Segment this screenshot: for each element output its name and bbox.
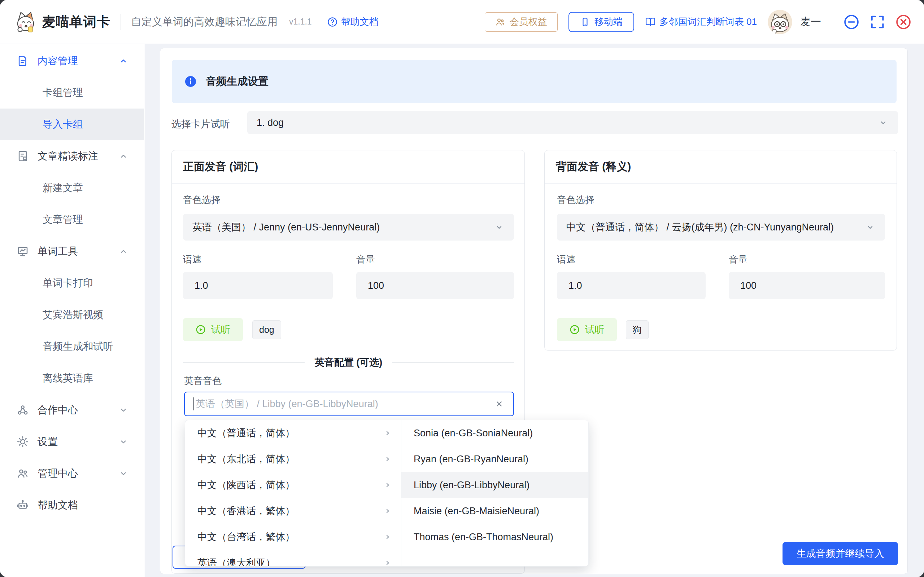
sidebar: 内容管理 卡组管理 导入卡组 文章精读标注 新建文 <box>0 44 144 577</box>
sidebar-item-label: 离线英语库 <box>43 371 93 385</box>
sidebar-item-label: 卡组管理 <box>43 86 83 100</box>
app-header: 麦喵单词卡 自定义单词的高效趣味记忆应用 v1.1.1 帮助文档 会员权益 <box>0 0 924 44</box>
app-window: 麦喵单词卡 自定义单词的高效趣味记忆应用 v1.1.1 帮助文档 会员权益 <box>0 0 924 577</box>
preview-button[interactable]: 试听 <box>183 318 243 341</box>
user-avatar[interactable] <box>768 10 792 34</box>
app-logo-cat-icon <box>15 11 37 33</box>
voice-select-label: 音色选择 <box>557 193 594 206</box>
close-icon[interactable] <box>895 14 912 30</box>
sidebar-item-label: 单词卡打印 <box>43 276 93 290</box>
play-circle-icon <box>569 324 580 335</box>
current-deck-link[interactable]: 多邻国词汇判断词表 01 <box>645 16 757 28</box>
chevron-down-icon <box>119 437 128 446</box>
voice-option[interactable]: Ryan (en-GB-RyanNeural) <box>401 446 588 472</box>
app-subtitle: 自定义单词的高效趣味记忆应用 <box>131 15 278 29</box>
sidebar-item-content-management[interactable]: 内容管理 <box>0 45 144 77</box>
language-option[interactable]: 英语（澳大利亚） <box>185 550 401 567</box>
sidebar-item-settings[interactable]: 设置 <box>0 426 144 458</box>
fullscreen-icon[interactable] <box>869 14 886 30</box>
front-voice-select[interactable]: 英语（美国） / Jenny (en-US-JennyNeural) <box>183 214 514 240</box>
sidebar-item-label: 单词工具 <box>37 245 78 258</box>
card-preview-label: 选择卡片试听 <box>171 118 230 131</box>
sidebar-item-label: 导入卡组 <box>43 118 83 131</box>
chevron-down-icon <box>494 222 505 233</box>
voice-option-selected[interactable]: Libby (en-GB-LibbyNeural) <box>401 472 588 498</box>
sidebar-item-label: 艾宾浩斯视频 <box>43 308 103 322</box>
chevron-down-icon <box>119 405 128 415</box>
member-benefits-button[interactable]: 会员权益 <box>485 12 558 32</box>
help-docs-link[interactable]: 帮助文档 <box>327 16 379 28</box>
card-preview-select[interactable]: 1. dog <box>247 111 898 134</box>
chevron-right-icon <box>383 558 393 567</box>
voice-column: Sonia (en-GB-SoniaNeural) Ryan (en-GB-Ry… <box>401 420 588 566</box>
gb-voice-input[interactable]: 英语（英国） / Libby (en-GB-LibbyNeural) <box>184 392 514 416</box>
sidebar-item-article-management[interactable]: 文章管理 <box>0 204 144 235</box>
app-title: 麦喵单词卡 <box>42 13 110 31</box>
voice-cascader-dropdown: 中文（普通话，简体） 中文（东北话，简体） 中文（陕西话，简体） 中文（香港话，… <box>185 420 589 567</box>
language-option[interactable]: 中文（普通话，简体） <box>185 420 401 446</box>
volume-label: 音量 <box>729 253 748 266</box>
info-banner: 音频生成设置 <box>172 60 897 103</box>
sidebar-item-article-annotation[interactable]: 文章精读标注 <box>0 140 144 172</box>
sidebar-item-word-tools[interactable]: 单词工具 <box>0 235 144 267</box>
preview-button[interactable]: 试听 <box>557 318 617 341</box>
sidebar-item-help-docs[interactable]: 帮助文档 <box>0 489 144 521</box>
chevron-down-icon <box>878 117 888 128</box>
sidebar-item-new-article[interactable]: 新建文章 <box>0 172 144 204</box>
voice-option[interactable]: Thomas (en-GB-ThomasNeural) <box>401 524 588 550</box>
chevron-right-icon <box>383 532 393 542</box>
language-option[interactable]: 中文（东北话，简体） <box>185 446 401 472</box>
language-column: 中文（普通话，简体） 中文（东北话，简体） 中文（陕西话，简体） 中文（香港话，… <box>185 420 401 566</box>
sidebar-item-deck-management[interactable]: 卡组管理 <box>0 77 144 108</box>
language-option[interactable]: 中文（陕西话，简体） <box>185 472 401 498</box>
gb-section-title: 英音配置 (可选) <box>315 356 382 369</box>
rate-input[interactable]: 1.0 <box>183 272 333 299</box>
banner-title: 音频生成设置 <box>206 74 268 89</box>
sidebar-item-cooperation-center[interactable]: 合作中心 <box>0 394 144 426</box>
sidebar-item-card-print[interactable]: 单词卡打印 <box>0 267 144 299</box>
volume-input[interactable]: 100 <box>729 272 885 299</box>
back-voice-select[interactable]: 中文（普通话，简体） / 云扬(成年男) (zh-CN-YunyangNeura… <box>557 214 885 240</box>
sidebar-item-audio-generation[interactable]: 音频生成和试听 <box>0 331 144 363</box>
chevron-up-icon <box>119 247 128 256</box>
sidebar-item-label: 文章精读标注 <box>37 149 98 163</box>
front-panel-header: 正面发音 (词汇) <box>172 150 525 184</box>
rate-label: 语速 <box>183 253 202 266</box>
chevron-down-icon <box>119 469 128 478</box>
voice-option[interactable]: Sonia (en-GB-SoniaNeural) <box>401 420 588 446</box>
users-icon <box>16 467 29 480</box>
sidebar-item-label: 设置 <box>37 435 58 449</box>
chevron-right-icon <box>383 455 393 464</box>
sidebar-item-offline-english[interactable]: 离线英语库 <box>0 363 144 394</box>
language-option[interactable]: 中文（香港话，繁体） <box>185 498 401 524</box>
network-nodes-icon <box>16 404 29 416</box>
question-circle-icon <box>327 16 338 27</box>
controls-divider <box>832 15 832 29</box>
sidebar-item-label: 帮助文档 <box>37 498 78 512</box>
voice-select-label: 音色选择 <box>183 193 221 206</box>
minimize-icon[interactable] <box>843 14 860 30</box>
username-label[interactable]: 麦一 <box>800 15 821 29</box>
voice-option[interactable]: Maisie (en-GB-MaisieNeural) <box>401 498 588 524</box>
rate-input[interactable]: 1.0 <box>557 272 706 299</box>
word-tag: 狗 <box>626 320 649 339</box>
generate-audio-button[interactable]: 生成音频并继续导入 <box>782 542 898 565</box>
language-option[interactable]: 中文（台湾话，繁体） <box>185 524 401 550</box>
chevron-right-icon <box>383 506 393 516</box>
sidebar-item-admin-center[interactable]: 管理中心 <box>0 458 144 489</box>
sidebar-item-label: 文章管理 <box>43 213 83 226</box>
users-icon <box>495 17 505 27</box>
sidebar-item-import-deck[interactable]: 导入卡组 <box>0 108 144 140</box>
main-content: 音频生成设置 选择卡片试听 1. dog 正面发音 (词汇) 音色选择 英语（美… <box>145 44 924 577</box>
sidebar-item-ebbinghaus-video[interactable]: 艾宾浩斯视频 <box>0 299 144 331</box>
mobile-app-button[interactable]: 移动端 <box>569 12 634 32</box>
gear-icon <box>16 436 29 448</box>
chevron-right-icon <box>383 480 393 490</box>
clear-icon[interactable] <box>494 398 505 409</box>
word-tag: dog <box>252 320 281 339</box>
header-divider <box>121 14 121 30</box>
sidebar-item-label: 音频生成和试听 <box>43 340 113 353</box>
volume-input[interactable]: 100 <box>356 272 514 299</box>
chevron-right-icon <box>383 429 393 438</box>
front-panel-title: 正面发音 (词汇) <box>183 160 258 174</box>
